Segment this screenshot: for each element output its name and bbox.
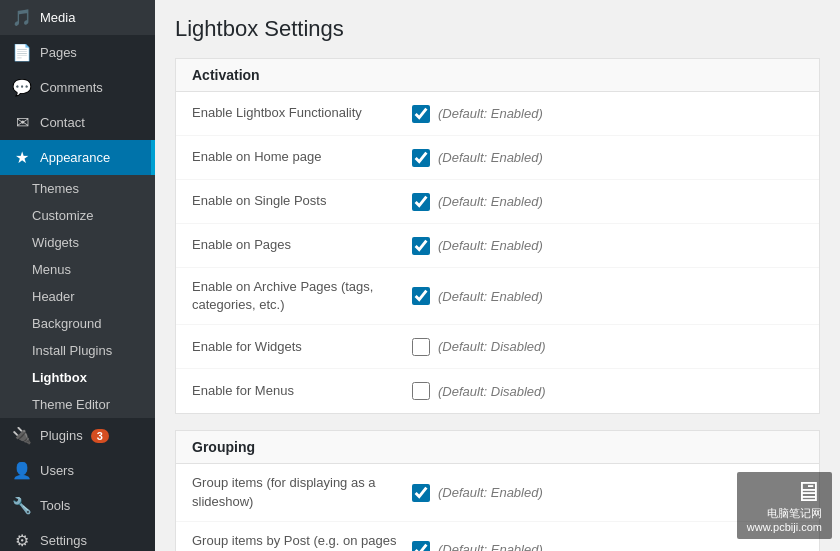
plugins-badge: 3 [91,429,109,443]
setting-row-enable-widgets: Enable for Widgets (Default: Disabled) [176,325,819,369]
sidebar-item-comments[interactable]: 💬 Comments [0,70,155,105]
tools-icon: 🔧 [12,496,32,515]
grouping-header: Grouping [176,431,819,464]
checkbox-input-enable-widgets[interactable] [412,338,430,356]
appearance-icon: ★ [12,148,32,167]
sidebar-item-media[interactable]: 🎵 Media [0,0,155,35]
activation-card: Activation Enable Lightbox Functionality… [175,58,820,414]
setting-control-group-by-post: (Default: Enabled) [412,541,543,551]
setting-row-group-by-post: Group items by Post (e.g. on pages with … [176,522,819,551]
sidebar-item-label: Contact [40,115,85,130]
default-enable-menus: (Default: Disabled) [438,384,546,399]
sidebar-item-contact[interactable]: ✉ Contact [0,105,155,140]
checkbox-input-group-by-post[interactable] [412,541,430,551]
sidebar: 🎵 Media 📄 Pages 💬 Comments ✉ Contact ★ A… [0,0,155,551]
default-enable-pages: (Default: Enabled) [438,238,543,253]
setting-label-enable-archive: Enable on Archive Pages (tags, categorie… [192,278,412,314]
setting-control-enable-home: (Default: Enabled) [412,149,543,167]
checkbox-input-enable-archive[interactable] [412,287,430,305]
checkbox-input-enable-single[interactable] [412,193,430,211]
setting-label-enable-home: Enable on Home page [192,148,412,166]
sidebar-item-label: Appearance [40,150,110,165]
checkbox-enable-single[interactable] [412,193,430,211]
pages-icon: 📄 [12,43,32,62]
grouping-card: Grouping Group items (for displaying as … [175,430,820,551]
checkbox-input-enable-pages[interactable] [412,237,430,255]
checkbox-enable-pages[interactable] [412,237,430,255]
main-content: Lightbox Settings Activation Enable Ligh… [155,0,840,551]
default-enable-lightbox: (Default: Enabled) [438,106,543,121]
checkbox-enable-lightbox[interactable] [412,105,430,123]
checkbox-input-enable-lightbox[interactable] [412,105,430,123]
setting-row-enable-pages: Enable on Pages (Default: Enabled) [176,224,819,268]
checkbox-input-group-items[interactable] [412,484,430,502]
checkbox-enable-widgets[interactable] [412,338,430,356]
default-enable-home: (Default: Enabled) [438,150,543,165]
setting-row-enable-lightbox: Enable Lightbox Functionality (Default: … [176,92,819,136]
sidebar-item-label: Comments [40,80,103,95]
submenu-widgets[interactable]: Widgets [0,229,155,256]
watermark-line1: 电脑笔记网 [767,506,822,521]
sidebar-item-pages[interactable]: 📄 Pages [0,35,155,70]
checkbox-group-by-post[interactable] [412,541,430,551]
submenu-header[interactable]: Header [0,283,155,310]
setting-control-enable-menus: (Default: Disabled) [412,382,546,400]
default-enable-widgets: (Default: Disabled) [438,339,546,354]
setting-row-group-items: Group items (for displaying as a slidesh… [176,464,819,521]
setting-label-group-items: Group items (for displaying as a slidesh… [192,474,412,510]
checkbox-enable-archive[interactable] [412,287,430,305]
sidebar-item-label: Users [40,463,74,478]
plugins-icon: 🔌 [12,426,32,445]
setting-label-enable-lightbox: Enable Lightbox Functionality [192,104,412,122]
sidebar-item-label: Settings [40,533,87,548]
activation-body: Enable Lightbox Functionality (Default: … [176,92,819,413]
comments-icon: 💬 [12,78,32,97]
setting-label-enable-single: Enable on Single Posts [192,192,412,210]
default-enable-single: (Default: Enabled) [438,194,543,209]
setting-control-enable-single: (Default: Enabled) [412,193,543,211]
grouping-body: Group items (for displaying as a slidesh… [176,464,819,551]
submenu-background[interactable]: Background [0,310,155,337]
default-group-items: (Default: Enabled) [438,485,543,500]
setting-control-enable-widgets: (Default: Disabled) [412,338,546,356]
activation-header: Activation [176,59,819,92]
sidebar-item-label: Media [40,10,75,25]
checkbox-enable-home[interactable] [412,149,430,167]
setting-control-enable-archive: (Default: Enabled) [412,287,543,305]
checkbox-group-items[interactable] [412,484,430,502]
submenu-theme-editor[interactable]: Theme Editor [0,391,155,418]
sidebar-item-tools[interactable]: 🔧 Tools [0,488,155,523]
sidebar-item-users[interactable]: 👤 Users [0,453,155,488]
submenu-customize[interactable]: Customize [0,202,155,229]
submenu-menus[interactable]: Menus [0,256,155,283]
default-group-by-post: (Default: Enabled) [438,542,543,551]
watermark-icon: 🖥 [794,478,822,506]
setting-control-enable-lightbox: (Default: Enabled) [412,105,543,123]
setting-control-enable-pages: (Default: Enabled) [412,237,543,255]
submenu-themes[interactable]: Themes [0,175,155,202]
sidebar-item-appearance[interactable]: ★ Appearance [0,140,155,175]
setting-row-enable-home: Enable on Home page (Default: Enabled) [176,136,819,180]
users-icon: 👤 [12,461,32,480]
page-title: Lightbox Settings [175,16,820,42]
sidebar-item-plugins[interactable]: 🔌 Plugins 3 [0,418,155,453]
settings-icon: ⚙ [12,531,32,550]
setting-control-group-items: (Default: Enabled) [412,484,543,502]
watermark: 🖥 电脑笔记网 www.pcbiji.com [737,472,832,539]
watermark-line2: www.pcbiji.com [747,521,822,533]
sidebar-item-settings[interactable]: ⚙ Settings [0,523,155,551]
media-icon: 🎵 [12,8,32,27]
sidebar-item-label: Plugins [40,428,83,443]
checkbox-input-enable-home[interactable] [412,149,430,167]
checkbox-enable-menus[interactable] [412,382,430,400]
setting-label-group-by-post: Group items by Post (e.g. on pages with … [192,532,412,551]
appearance-submenu: Themes Customize Widgets Menus Header Ba… [0,175,155,418]
sidebar-item-label: Tools [40,498,70,513]
submenu-lightbox[interactable]: Lightbox [0,364,155,391]
setting-label-enable-menus: Enable for Menus [192,382,412,400]
submenu-install-plugins[interactable]: Install Plugins [0,337,155,364]
setting-row-enable-menus: Enable for Menus (Default: Disabled) [176,369,819,413]
sidebar-item-label: Pages [40,45,77,60]
checkbox-input-enable-menus[interactable] [412,382,430,400]
contact-icon: ✉ [12,113,32,132]
